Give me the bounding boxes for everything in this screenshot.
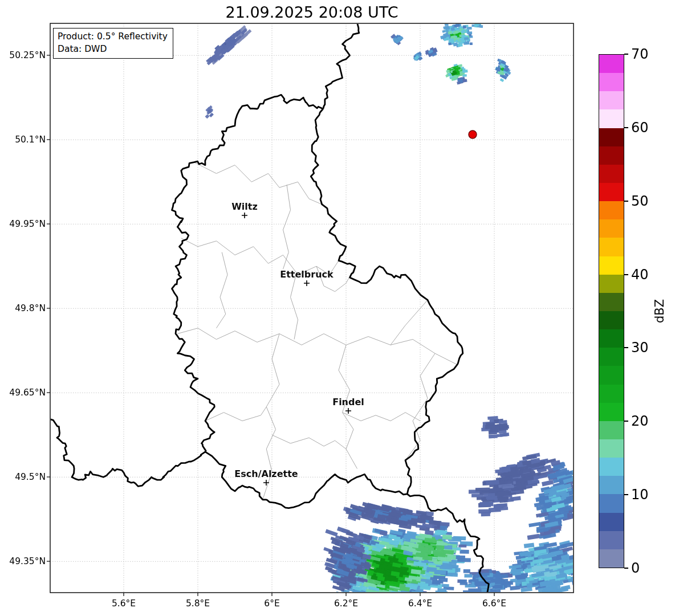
city-label: Esch/Alzette <box>234 468 298 479</box>
y-tick-label: 49.35°N <box>9 556 46 566</box>
colorbar-tick-mark <box>624 568 628 569</box>
colorbar <box>599 54 624 568</box>
colorbar-band <box>599 128 624 146</box>
y-tick-label: 49.5°N <box>15 472 46 482</box>
colorbar-band <box>599 403 624 421</box>
colorbar-band <box>599 201 624 219</box>
colorbar-band <box>599 513 624 531</box>
y-tick-label: 50.25°N <box>9 50 46 60</box>
colorbar-tick-mark <box>624 494 628 495</box>
x-tick-label: 5.8°E <box>186 598 210 609</box>
colorbar-band <box>599 329 624 348</box>
y-tick-label: 49.95°N <box>9 219 46 229</box>
colorbar-band <box>599 311 624 329</box>
colorbar-band <box>599 109 624 128</box>
x-tick-label: 6.4°E <box>408 598 432 609</box>
colorbar-band <box>599 55 624 73</box>
colorbar-band <box>599 293 624 311</box>
colorbar-band <box>599 256 624 275</box>
city-label: Ettelbruck <box>280 269 333 280</box>
map-canvas <box>0 0 675 616</box>
colorbar-tick-label: 0 <box>631 560 640 576</box>
colorbar-band <box>599 73 624 91</box>
colorbar-tick-label: 50 <box>631 193 649 209</box>
colorbar-tick-label: 40 <box>631 267 649 283</box>
colorbar-tick-mark <box>624 347 628 348</box>
colorbar-band <box>599 348 624 366</box>
colorbar-tick-label: 10 <box>631 487 649 503</box>
colorbar-band <box>599 439 624 458</box>
y-tick-label: 50.1°N <box>15 134 46 145</box>
colorbar-band <box>599 494 624 512</box>
radar-map-figure: 21.09.2025 20:08 UTC Product: 0.5° Refle… <box>0 0 675 616</box>
colorbar-tick-mark <box>624 127 628 128</box>
colorbar-tick-label: 60 <box>631 120 649 136</box>
colorbar-band <box>599 531 624 549</box>
colorbar-band <box>599 385 624 403</box>
colorbar-tick-label: 70 <box>631 46 649 62</box>
x-tick-label: 6.2°E <box>334 598 358 609</box>
colorbar-band <box>599 183 624 201</box>
colorbar-band <box>599 146 624 165</box>
product-info-line1: Product: 0.5° Reflectivity <box>58 30 168 43</box>
colorbar-tick-mark <box>624 421 628 422</box>
city-label: Wiltz <box>231 201 258 212</box>
product-info-line2: Data: DWD <box>58 43 168 55</box>
colorbar-band <box>599 238 624 256</box>
colorbar-band <box>599 366 624 384</box>
product-info-box: Product: 0.5° Reflectivity Data: DWD <box>53 28 173 59</box>
city-label: Findel <box>332 397 364 407</box>
x-tick-label: 6.6°E <box>482 598 506 609</box>
y-tick-label: 49.65°N <box>9 387 46 398</box>
x-tick-label: 5.6°E <box>112 598 136 609</box>
colorbar-band <box>599 476 624 494</box>
colorbar-tick-label: 20 <box>631 413 649 429</box>
page-title: 21.09.2025 20:08 UTC <box>50 3 574 21</box>
colorbar-axis-label: dBZ <box>653 299 666 323</box>
colorbar-band <box>599 549 624 568</box>
x-tick-label: 6°E <box>264 598 279 609</box>
colorbar-band <box>599 165 624 183</box>
colorbar-tick-mark <box>624 274 628 275</box>
colorbar-tick-mark <box>624 54 628 55</box>
colorbar-band <box>599 458 624 476</box>
colorbar-band <box>599 91 624 109</box>
colorbar-band <box>599 421 624 439</box>
colorbar-tick-mark <box>624 201 628 202</box>
y-tick-label: 49.8°N <box>15 303 46 313</box>
colorbar-band <box>599 219 624 238</box>
colorbar-tick-label: 30 <box>631 340 649 356</box>
colorbar-band <box>599 275 624 293</box>
